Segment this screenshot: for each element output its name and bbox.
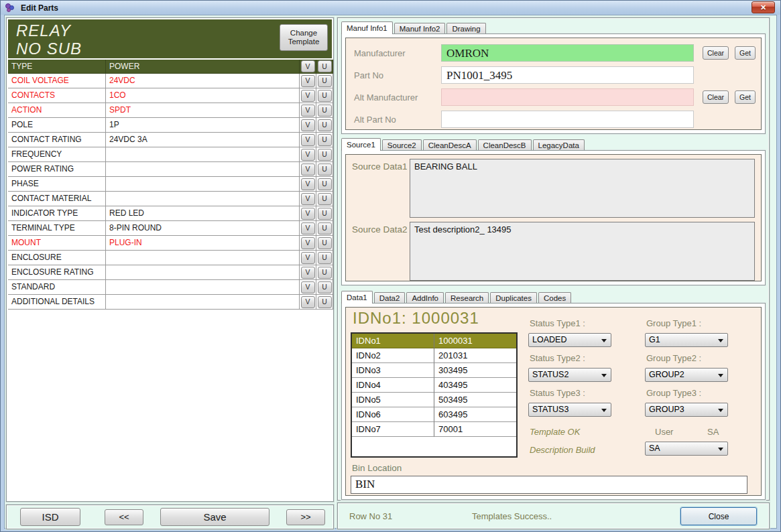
u-button[interactable]: U [318, 193, 332, 205]
alt-part-no-field[interactable] [441, 111, 694, 128]
tab-cleandesca[interactable]: CleanDescA [423, 139, 477, 150]
v-button[interactable]: V [301, 281, 315, 293]
u-button[interactable]: U [318, 208, 332, 220]
chevron-down-icon [718, 374, 723, 377]
u-button[interactable]: U [318, 134, 332, 146]
tab-source1[interactable]: Source1 [341, 138, 381, 151]
v-button[interactable]: V [301, 237, 315, 249]
u-button[interactable]: U [318, 60, 332, 72]
window-close-button[interactable]: ✕ [752, 1, 775, 13]
u-button[interactable]: U [318, 75, 332, 87]
v-button[interactable]: V [301, 222, 315, 235]
group-type2-dropdown[interactable]: GROUP2 [645, 368, 728, 382]
table-row[interactable]: TERMINAL TYPE 8-PIN ROUND V U [8, 221, 333, 236]
id-table-row[interactable]: IDNo3 303495 [352, 363, 516, 378]
tab-manuf-info1[interactable]: Manuf Info1 [341, 21, 393, 34]
table-row[interactable]: CONTACT RATING 24VDC 3A V U [8, 133, 333, 147]
u-button[interactable]: U [318, 237, 332, 249]
table-row[interactable]: MOUNT PLUG-IN V U [8, 236, 333, 251]
v-button[interactable]: V [301, 208, 315, 220]
u-button[interactable]: U [318, 149, 332, 161]
u-button[interactable]: U [318, 178, 332, 190]
status-type1-dropdown[interactable]: LOADED [528, 333, 611, 347]
table-row[interactable]: COIL VOLTAGE 24VDC V U [8, 74, 333, 88]
user-value: SA [707, 427, 719, 437]
table-row[interactable]: ACTION SPDT V U [8, 103, 333, 118]
user-dropdown[interactable]: SA [645, 442, 728, 456]
tab-legacydata[interactable]: LegacyData [533, 139, 585, 150]
v-button[interactable]: V [301, 90, 315, 102]
tab-cleandescb[interactable]: CleanDescB [478, 139, 532, 150]
alt-manufacturer-get-button[interactable]: Get [735, 90, 756, 104]
tab-codes[interactable]: Codes [538, 292, 571, 303]
next-button[interactable]: >> [286, 509, 325, 525]
u-button[interactable]: U [318, 281, 332, 293]
table-row[interactable]: INDICATOR TYPE RED LED V U [8, 206, 333, 221]
u-button[interactable]: U [318, 163, 332, 176]
table-row[interactable]: ENCLOSURE RATING V U [8, 265, 333, 280]
table-row[interactable]: ENCLOSURE V U [8, 251, 333, 265]
v-button[interactable]: V [301, 105, 315, 117]
v-button[interactable]: V [301, 178, 315, 190]
change-template-button[interactable]: Change Template [280, 24, 328, 51]
u-button[interactable]: U [318, 222, 332, 235]
tab-data2[interactable]: Data2 [374, 292, 406, 303]
v-button[interactable]: V [301, 252, 315, 264]
u-button[interactable]: U [318, 105, 332, 117]
table-row[interactable]: CONTACT MATERIAL V U [8, 192, 333, 206]
manufacturer-get-button[interactable]: Get [735, 46, 756, 60]
v-button[interactable]: V [301, 193, 315, 205]
v-button[interactable]: V [301, 119, 315, 131]
u-button[interactable]: U [318, 119, 332, 131]
close-button[interactable]: Close [680, 507, 757, 525]
v-button[interactable]: V [301, 60, 315, 72]
source-data2-textarea[interactable]: Test description2_ 13495 [410, 222, 755, 281]
group-type3-label: Group Type3 : [646, 388, 701, 398]
part-no-field[interactable]: PN1001_3495 [441, 66, 694, 84]
table-row[interactable]: PHASE V U [8, 177, 333, 192]
alt-manufacturer-field[interactable] [441, 88, 694, 106]
id-table-row[interactable]: IDNo7 70001 [352, 422, 516, 437]
tab-drawing[interactable]: Drawing [446, 23, 485, 34]
group-type3-dropdown[interactable]: GROUP3 [645, 403, 728, 417]
previous-button[interactable]: << [105, 509, 143, 525]
save-button[interactable]: Save [160, 508, 269, 526]
table-row[interactable]: POWER RATING V U [8, 162, 333, 177]
table-row[interactable]: STANDARD V U [8, 280, 333, 295]
id-table-row[interactable]: IDNo4 403495 [352, 378, 516, 393]
titlebar[interactable]: Edit Parts ✕ [1, 1, 780, 15]
tab-duplicates[interactable]: Duplicates [490, 292, 537, 303]
v-button[interactable]: V [301, 296, 315, 308]
group-type1-dropdown[interactable]: G1 [645, 333, 728, 347]
v-button[interactable]: V [301, 163, 315, 176]
u-button[interactable]: U [318, 296, 332, 308]
id-table-row[interactable]: IDNo2 201031 [352, 348, 516, 363]
tab-manuf-info2[interactable]: Manuf Info2 [394, 23, 446, 34]
table-row[interactable]: POLE 1P V U [8, 118, 333, 133]
v-button[interactable]: V [301, 75, 315, 87]
bin-location-field[interactable]: BIN [351, 476, 747, 494]
isd-button[interactable]: ISD [20, 508, 80, 526]
id-table-row[interactable]: IDNo6 603495 [352, 407, 516, 422]
v-button[interactable]: V [301, 149, 315, 161]
id-table-row[interactable]: IDNo1 1000031 [352, 334, 516, 348]
tab-addinfo[interactable]: AddInfo [406, 292, 444, 303]
status-type3-dropdown[interactable]: STATUS3 [528, 403, 611, 417]
v-button[interactable]: V [301, 134, 315, 146]
table-row[interactable]: FREQUENCY V U [8, 147, 333, 162]
v-button[interactable]: V [301, 267, 315, 279]
id-table-row[interactable]: IDNo5 503495 [352, 393, 516, 407]
manufacturer-field[interactable]: OMRON [441, 44, 694, 62]
u-button[interactable]: U [318, 267, 332, 279]
alt-manufacturer-clear-button[interactable]: Clear [703, 90, 729, 104]
tab-research[interactable]: Research [445, 292, 489, 303]
u-button[interactable]: U [318, 90, 332, 102]
status-type2-dropdown[interactable]: STATUS2 [528, 368, 611, 382]
source-data1-textarea[interactable]: BEARING BALL [410, 159, 755, 218]
table-row[interactable]: CONTACTS 1CO V U [8, 88, 333, 103]
manufacturer-clear-button[interactable]: Clear [703, 46, 729, 60]
table-row[interactable]: ADDITIONAL DETAILS V U [8, 295, 333, 310]
tab-data1[interactable]: Data1 [341, 291, 373, 304]
u-button[interactable]: U [318, 252, 332, 264]
tab-source2[interactable]: Source2 [382, 139, 422, 150]
